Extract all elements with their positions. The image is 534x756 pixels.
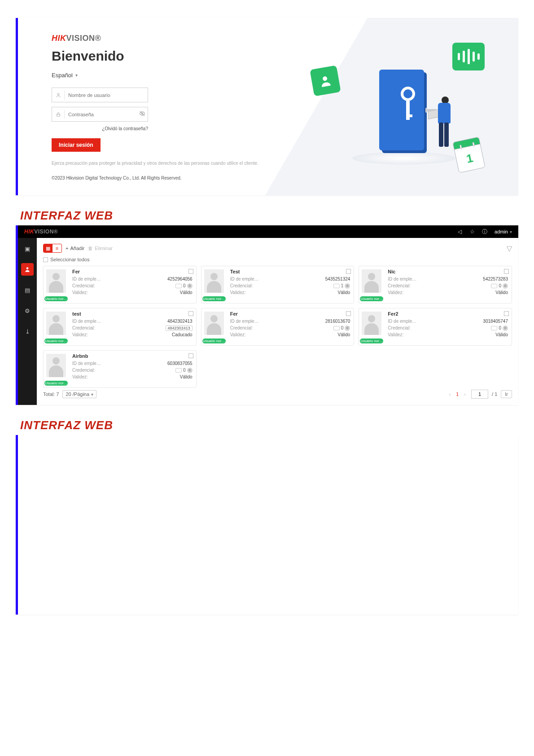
user-card[interactable]: Usuario nor… Test ID de emple…5435251324… <box>201 266 355 303</box>
chevron-down-icon: ▾ <box>91 392 93 397</box>
password-field[interactable] <box>52 107 148 122</box>
grid-view-icon[interactable]: ▦ <box>44 244 53 252</box>
filter-icon[interactable]: ▽ <box>507 244 512 253</box>
nav-clipboard-icon[interactable]: ▤ <box>21 284 34 296</box>
validity-label: Validez: <box>388 332 403 337</box>
prev-page-icon[interactable]: ‹ <box>447 391 453 397</box>
chevron-down-icon: ▾ <box>510 229 512 234</box>
card-checkbox[interactable] <box>504 311 509 316</box>
chevron-down-icon: ▾ <box>75 73 78 78</box>
page-size-selector[interactable]: 20 /Página ▾ <box>62 390 96 398</box>
view-toggle[interactable]: ▦ ≡ <box>43 244 62 253</box>
card-checkbox[interactable] <box>188 269 193 274</box>
page-goto-input[interactable] <box>471 390 488 399</box>
user-type-badge: Usuario nor… <box>44 381 68 386</box>
user-type-badge: Usuario nor… <box>202 338 226 343</box>
id-value: 2816013670 <box>325 319 350 324</box>
empty-panel <box>16 435 518 615</box>
add-button[interactable]: + Añadir <box>66 246 84 251</box>
user-type-badge: Usuario nor… <box>202 296 226 301</box>
credential-label: Credencial: <box>388 325 411 330</box>
user-card[interactable]: Usuario nor… Fer ID de emple…2816013670 … <box>201 308 355 346</box>
user-card[interactable]: Usuario nor… Airbnb ID de emple…60308370… <box>43 350 197 388</box>
id-value: 5422573283 <box>483 277 508 281</box>
admin-screenshot: HIKVISION® ◁ ☆ ⓘ admin ▾ ▣ ▤ ⚙ ⤓ <box>16 225 518 405</box>
id-label: ID de emple… <box>388 277 416 281</box>
validity-value: Válido <box>338 290 350 295</box>
nav-settings-icon[interactable]: ⚙ <box>21 304 34 317</box>
user-card[interactable]: Usuario nor… Nic ID de emple…5422573283 … <box>359 266 512 303</box>
card-checkbox[interactable] <box>188 311 193 316</box>
next-page-icon[interactable]: › <box>462 391 468 397</box>
id-label: ID de emple… <box>230 277 259 281</box>
card-checkbox[interactable] <box>346 269 351 274</box>
validity-value: Válido <box>495 332 508 337</box>
id-label: ID de emple… <box>72 361 101 366</box>
svg-rect-1 <box>57 114 60 116</box>
username-field[interactable] <box>52 88 148 102</box>
nav-users-icon[interactable] <box>21 263 34 276</box>
avatar-placeholder <box>46 269 66 293</box>
user-name: Fer2 <box>388 311 508 316</box>
help-icon[interactable]: ☆ <box>468 228 476 236</box>
user-badge-icon <box>310 65 341 97</box>
credential-value: 0 0 <box>491 283 508 289</box>
avatar-placeholder <box>204 269 224 293</box>
id-value: 5435251324 <box>325 277 350 281</box>
user-type-badge: Usuario nor… <box>44 296 68 301</box>
credential-value: 0 0 <box>491 325 508 331</box>
brand-rest: VISION® <box>66 34 101 43</box>
trash-icon: 🗑 <box>88 246 93 251</box>
credential-label: Credencial: <box>72 283 95 288</box>
validity-value: Válido <box>495 290 508 295</box>
credential-label: Credencial: <box>388 283 411 288</box>
user-grid: Usuario nor… Fer ID de emple…4252964056 … <box>43 266 512 388</box>
credential-value: 0 0 <box>175 283 193 289</box>
user-card[interactable]: Usuario nor… Fer ID de emple…4252964056 … <box>43 266 197 303</box>
avatar-placeholder <box>204 312 224 335</box>
section-title: INTERFAZ WEB <box>20 209 518 223</box>
credential-value: 4842302413 <box>166 325 193 330</box>
card-checkbox[interactable] <box>346 311 351 316</box>
delete-button[interactable]: 🗑 Eliminar <box>88 246 113 251</box>
validity-label: Validez: <box>72 374 88 379</box>
validity-label: Validez: <box>72 332 88 337</box>
username-input[interactable] <box>65 92 148 98</box>
calendar-date: 1 <box>454 144 486 173</box>
card-checkbox[interactable] <box>504 269 509 274</box>
id-label: ID de emple… <box>72 319 101 324</box>
login-illustration: 1 <box>294 25 500 186</box>
nav-dashboard-icon[interactable]: ▣ <box>21 242 34 255</box>
select-all-row[interactable]: Seleccionar todos <box>43 257 512 262</box>
door-key-icon <box>379 70 424 150</box>
id-label: ID de emple… <box>72 277 101 281</box>
nav-export-icon[interactable]: ⤓ <box>21 325 34 338</box>
id-value: 6030837055 <box>167 361 193 366</box>
id-value: 3018405747 <box>483 319 508 324</box>
info-icon[interactable]: ⓘ <box>481 228 489 236</box>
total-count: Total: 7 <box>43 391 59 397</box>
card-checkbox[interactable] <box>188 353 193 358</box>
list-view-icon[interactable]: ≡ <box>53 244 61 252</box>
avatar-placeholder <box>46 312 66 335</box>
password-input[interactable] <box>65 112 137 117</box>
user-card[interactable]: Usuario nor… Fer2 ID de emple…3018405747… <box>359 308 512 346</box>
forgot-password-link[interactable]: ¿Olvidó la contraseña? <box>52 126 148 131</box>
calendar-icon: 1 <box>452 137 485 173</box>
go-button[interactable]: Ir <box>501 390 512 398</box>
eye-off-icon[interactable] <box>137 110 148 118</box>
pagination: Total: 7 20 /Página ▾ ‹ 1 › / 1 Ir <box>43 388 512 400</box>
current-page[interactable]: 1 <box>456 391 459 397</box>
validity-label: Validez: <box>230 290 246 295</box>
credential-label: Credencial: <box>72 368 95 373</box>
validity-label: Validez: <box>72 290 88 295</box>
user-card[interactable]: Usuario nor… test ID de emple…4842302413… <box>43 308 197 346</box>
login-button[interactable]: Iniciar sesión <box>52 138 101 152</box>
person-illustration <box>426 97 455 155</box>
lock-icon <box>52 110 65 119</box>
user-menu[interactable]: admin ▾ <box>495 229 512 234</box>
select-all-checkbox[interactable] <box>43 257 48 262</box>
language-value: Español <box>52 72 73 79</box>
credential-value: 0 0 <box>175 368 193 373</box>
announce-icon[interactable]: ◁ <box>455 228 464 236</box>
